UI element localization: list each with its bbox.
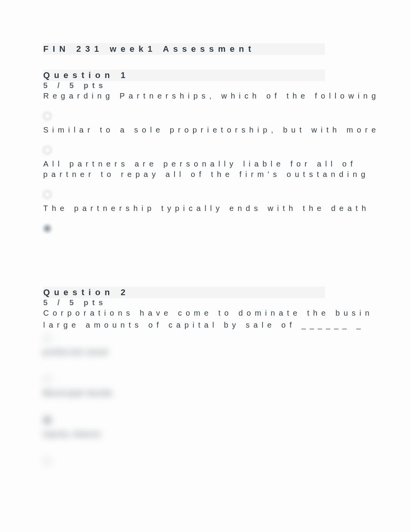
q1-option-3-text: The partnership typically ends with the … [43,204,370,212]
question-2-heading: Question 2 [43,287,410,298]
radio-icon[interactable] [43,224,51,233]
question-2-prompt-l1: Corporations have come to dominate the b… [43,308,410,318]
question-1: Question 1 5 / 5 pts Regarding Partnersh… [43,70,410,237]
question-2-prompt-l2: large amounts of capital by sale of ____… [43,320,410,330]
q2-option-2[interactable]: Municipal bonds [43,375,410,398]
q1-option-2[interactable]: All partners are personally liable for a… [43,146,410,180]
q2-option-1-text: preferred stock [43,348,108,356]
radio-icon[interactable] [43,375,51,383]
q1-option-2-text-l1: All partners are personally liable for a… [43,160,356,168]
question-2-points: 5 / 5 pts [43,298,410,307]
question-1-heading: Question 1 [43,70,410,81]
radio-icon[interactable] [43,334,51,342]
q2-option-4[interactable] [43,457,410,470]
radio-icon[interactable] [43,416,51,424]
question-1-prompt: Regarding Partnerships, which of the fol… [43,91,410,101]
question-2: Question 2 5 / 5 pts Corporations have c… [43,287,410,470]
q1-option-1-text: Similar to a sole proprietorship, but wi… [43,126,380,134]
page-title: FIN 231 week1 Assessment [43,43,410,55]
q2-option-1[interactable]: preferred stock [43,334,410,357]
q2-option-2-text: Municipal bonds [43,389,113,397]
q2-option-3-text: equity shares [43,430,101,438]
q1-option-2-text-l2: partner to repay all of the firm's outst… [43,170,369,178]
radio-icon[interactable] [43,457,51,465]
question-2-options-blurred: preferred stock Municipal bonds equity s… [43,334,410,470]
q1-option-4[interactable] [43,224,410,237]
question-1-points: 5 / 5 pts [43,81,410,90]
q1-option-3[interactable]: The partnership typically ends with the … [43,190,410,214]
radio-icon[interactable] [43,190,51,199]
radio-icon[interactable] [43,112,51,120]
q1-option-1[interactable]: Similar to a sole proprietorship, but wi… [43,112,410,135]
radio-icon[interactable] [43,146,51,154]
q2-option-3[interactable]: equity shares [43,416,410,439]
